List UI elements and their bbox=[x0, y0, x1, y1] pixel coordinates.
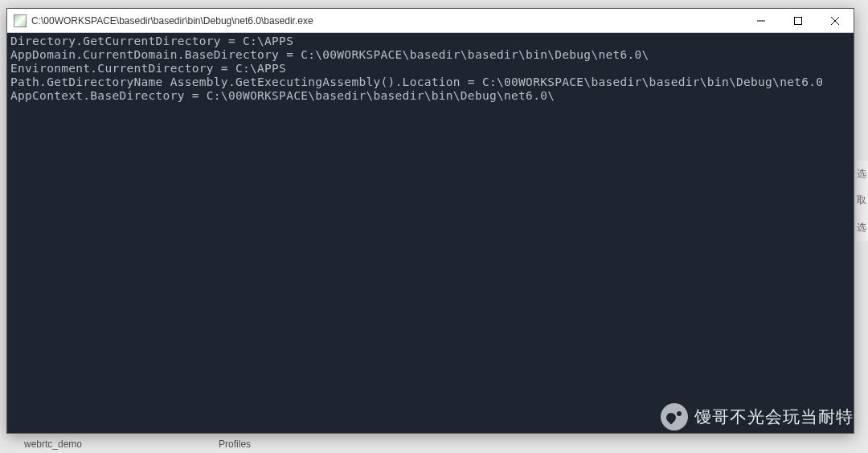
maximize-icon bbox=[794, 17, 802, 25]
console-window: C:\00WORKSPACE\basedir\basedir\bin\Debug… bbox=[6, 8, 854, 434]
bg-taskbar-item: Profiles bbox=[219, 439, 251, 450]
minimize-icon bbox=[757, 17, 765, 25]
console-line: Directory.GetCurrentDirectory = C:\APPS bbox=[10, 35, 850, 48]
console-line: AppDomain.CurrentDomain.BaseDirectory = … bbox=[10, 48, 850, 62]
bg-char: 选 bbox=[857, 221, 868, 235]
background-taskbar-hint: webrtc_demo Profiles bbox=[0, 439, 251, 450]
svg-rect-1 bbox=[795, 17, 802, 24]
bg-char: 取 bbox=[857, 194, 868, 207]
title-bar[interactable]: C:\00WORKSPACE\basedir\basedir\bin\Debug… bbox=[7, 9, 854, 33]
bg-taskbar-item: webrtc_demo bbox=[24, 439, 82, 450]
app-icon bbox=[14, 14, 27, 27]
console-line: Path.GetDirectoryName Assembly.GetExecut… bbox=[10, 76, 850, 89]
maximize-button[interactable] bbox=[780, 9, 817, 32]
window-title: C:\00WORKSPACE\basedir\basedir\bin\Debug… bbox=[31, 15, 743, 27]
close-icon bbox=[831, 17, 839, 25]
window-controls bbox=[743, 9, 854, 32]
minimize-button[interactable] bbox=[743, 9, 780, 32]
console-line: Environment.CurrentDirectory = C:\APPS bbox=[10, 62, 850, 76]
console-line: AppContext.BaseDirectory = C:\00WORKSPAC… bbox=[10, 89, 850, 103]
bg-char: 选 bbox=[857, 167, 868, 181]
close-button[interactable] bbox=[817, 9, 854, 32]
console-output[interactable]: Directory.GetCurrentDirectory = C:\APPSA… bbox=[7, 33, 854, 433]
background-partial-text: 选 取 选 bbox=[857, 161, 868, 241]
